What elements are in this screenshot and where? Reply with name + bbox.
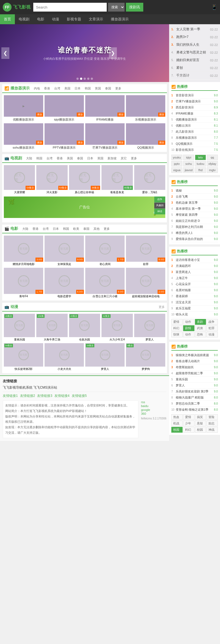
source-letv[interactable]: letv (195, 155, 206, 160)
movie-genre-horror[interactable]: 恐怖 (195, 332, 206, 337)
movie-rank-item-5[interactable]: 5心花朵朵开9.0 (171, 281, 218, 287)
source-sohu[interactable]: sohu (183, 161, 194, 167)
tv-tab-jp[interactable]: 日本 (86, 156, 95, 161)
movie-rank-item-9[interactable]: 9欢乐五福星9.0 (171, 305, 218, 312)
player-rank-item-8[interactable]: 8乐视播放器演示7.7 (171, 135, 218, 141)
anime-rank-item-8[interactable]: 8植物大战僵尸 精彩版8.0 (171, 395, 218, 401)
tv-item-5[interactable]: 暂无图 爱你，万味1 (134, 165, 165, 194)
movie-tab-more[interactable]: 更多 (102, 227, 111, 231)
anime-genre-boys[interactable]: 少年 (183, 421, 194, 426)
movie-genre-crime[interactable]: 犯罪 (207, 325, 218, 331)
movie-rank-item-6[interactable]: 6名票对钱塞9.0 (171, 287, 218, 293)
nav-item-movie[interactable]: 电影 (33, 14, 48, 24)
anime-genre-action[interactable]: 热血 (171, 414, 183, 420)
movie-tab-mainland[interactable]: 大陆 (21, 227, 30, 231)
player-item-3[interactable]: 播放 IFRAME播放 (85, 95, 125, 122)
anime-rank-item-10[interactable]: 10变形金刚:领袖之证第1季8.0 (171, 407, 218, 413)
movie-genre-action2[interactable]: 动作 (183, 332, 194, 337)
player-item-5[interactable]: 播放 sohu播放器演示 (4, 123, 43, 150)
tv-rank-item-3[interactable]: 3危机边缘 第五季9.0 (171, 200, 218, 206)
anime-genre-mecha[interactable]: 机战 (171, 421, 183, 426)
footer-link-5[interactable]: 友情链接5 (72, 394, 87, 398)
anime-rank-item-7[interactable]: 7乐高好朋友欢迎剧 第2季9.0 (171, 389, 218, 395)
anime-genre-campus[interactable]: 校园 (171, 427, 183, 433)
source-xfplay[interactable]: xfplay (207, 161, 218, 167)
ad-btn-god[interactable]: 神话 (154, 209, 165, 214)
movie-genre-drama[interactable]: 剧情 (183, 325, 194, 331)
tv-item-2[interactable]: 暂无图 54集全 淬火龙影 (36, 165, 67, 194)
anime-rank-item-9[interactable]: 9梦想总动员第二季8.0 (171, 401, 218, 407)
player-rank-item-10[interactable]: 10影音在线演示7.5 (171, 147, 218, 153)
player-tab-kr[interactable]: 韩国 (83, 86, 92, 91)
anime-item-4[interactable]: 暂无图 42集全 火力少年王4 (101, 314, 133, 342)
source-youku[interactable]: youku (171, 155, 182, 160)
nav-item-player[interactable]: 播放器演示 (107, 14, 133, 24)
movie-item-4[interactable]: 暂无图 8.0分 欲罪 (126, 236, 165, 266)
movie-item-6[interactable]: 暂无图 6.0分 电影恋爱学 (45, 268, 84, 298)
movie-rank-item-3[interactable]: 3富贵两道人9.0 (171, 269, 218, 275)
nav-item-topic[interactable]: 影视专题 (63, 14, 85, 24)
player-item-8[interactable]: 播放 QQ视频演示 (126, 123, 165, 150)
banner-side-item-2[interactable]: 2. 跑男3+7 02-22 (171, 33, 218, 41)
player-rank-item-7[interactable]: 7此几影音演示8.0 (171, 129, 218, 135)
anime-genre-mystery[interactable]: 悬疑 (195, 421, 206, 426)
player-tab-jp[interactable]: 日本 (73, 86, 82, 91)
banner-side-item-5[interactable]: 5. 婚妇归来好宣言 02-22 (171, 56, 218, 64)
anime-more-link[interactable]: 更多 (159, 305, 165, 309)
source-tudou[interactable]: tudou (195, 161, 206, 167)
movie-genre-scifi[interactable]: 科幻 (171, 325, 183, 331)
anime-item-5[interactable]: 暂无图 梦里人 (134, 314, 165, 342)
tv-rank-item-2[interactable]: 2云吞飞鹰9.0 (171, 194, 218, 200)
player-tab-us[interactable]: 美国 (63, 86, 72, 91)
player-rank-item-5[interactable]: 5优酷播放器演示8.1 (171, 117, 218, 123)
search-type-select[interactable]: 搜索 (108, 3, 125, 12)
anime-item-7[interactable]: 暂无图 小龙大功夫 (45, 343, 84, 371)
search-input[interactable] (33, 3, 107, 12)
movie-genre-anime[interactable]: 动漫 (207, 332, 218, 337)
anime-genre-god[interactable]: 神战 (207, 427, 218, 433)
anime-item-9[interactable]: 暂无图 9集全 梦梦狗 (126, 343, 165, 371)
tv-rank-item-6[interactable]: 6姐姐立正向前进 D9.0 (171, 218, 218, 224)
movie-item-2[interactable]: 暂无图 9.0分 女神策我走 (45, 236, 84, 266)
banner-dot[interactable] (91, 78, 93, 80)
source-mgtv[interactable]: mgtv (207, 167, 218, 173)
nav-item-tv[interactable]: 电视剧 (15, 14, 33, 24)
movie-genre-wuxia[interactable]: 武侠 (195, 325, 206, 331)
player-item-6[interactable]: 播放 PPTV播放器演示 (45, 123, 84, 150)
banner-side-item-6[interactable]: 6. 雾创 02-22 (171, 64, 218, 72)
ad-btn-funny[interactable]: 风趣剧 (154, 203, 165, 209)
anime-item-6[interactable]: 暂无图 54集全 快乐篮球第2部 (4, 343, 43, 371)
tv-tab-more[interactable]: 更多 (130, 156, 138, 161)
anime-item-1[interactable]: 暂无图 26集全 童画乐园 (4, 314, 35, 342)
banner-side-item-1[interactable]: 1. 女人完整 第一季 02-22 (171, 26, 218, 33)
footer-baidu-link[interactable]: baidu (141, 404, 166, 408)
player-tab-th[interactable]: 泰国 (104, 86, 112, 91)
movie-tab-eu[interactable]: 欧美 (72, 227, 81, 231)
player-rank-item-9[interactable]: 9QQ视频演示7.5 (171, 141, 218, 147)
movie-genre-war[interactable]: 战争 (207, 319, 218, 325)
player-tab-inland[interactable]: 内地 (32, 86, 41, 91)
movie-tab-jp[interactable]: 日本 (51, 227, 60, 231)
logo[interactable]: FF 飞飞影视 (3, 3, 31, 12)
banner-dot-active[interactable] (80, 78, 82, 80)
player-item-1[interactable]: ▶ 播放 优酷播放器演示 (4, 95, 43, 122)
anime-rank-item-5[interactable]: 5童画乐园9.0 (171, 376, 218, 383)
anime-rank-item-3[interactable]: 3布蕾斯姐姐长9.0 (171, 364, 218, 370)
tv-item-1[interactable]: 暂无图 54集全 大唐荣耀 (4, 165, 35, 194)
tv-rank-item-5[interactable]: 5摩登家庭 第四季9.0 (171, 212, 218, 218)
tv-rank-item-7[interactable]: 7我是那种之利刃出鞘9.0 (171, 224, 218, 230)
banner-dot[interactable] (84, 78, 86, 80)
banner-dot[interactable] (76, 78, 79, 80)
tv-tab-th[interactable]: 泰国 (76, 156, 84, 161)
movie-item-3[interactable]: 暂无图 1.7分 初心房间 (85, 236, 125, 266)
player-rank-item-1[interactable]: 1首音影音演示9.0 (171, 92, 218, 99)
movie-item-8[interactable]: 暂无图 2.0分 超前规划报道神启动地 (126, 268, 165, 298)
movie-item-1[interactable]: 暂无图 3.0分 燃情岁月同地电影 (4, 236, 43, 266)
footer-link-1[interactable]: 友情链接1 (3, 394, 18, 398)
source-xigua[interactable]: xigua (171, 167, 182, 173)
search-button[interactable]: 搜剧讯 (126, 3, 143, 12)
movie-item-5[interactable]: 暂无图 1.7分 青年F4 (4, 268, 43, 298)
player-rank-item-3[interactable]: 3西瓜影音演示8.9 (171, 105, 218, 111)
anime-rank-item-1[interactable]: 1猿猫侠之终极决战前夜篇9.0 (171, 352, 218, 358)
ad-btn-war[interactable]: 战争 (154, 197, 165, 203)
